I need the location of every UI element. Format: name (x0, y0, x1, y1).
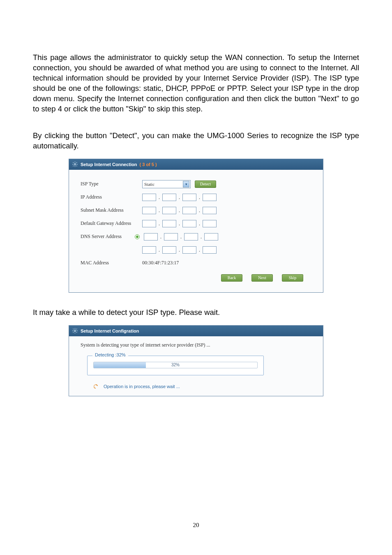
back-button[interactable]: Back (221, 274, 242, 282)
gear-icon (71, 328, 78, 334)
row-isp-type: ISP Type Static ▾ Detect (81, 179, 311, 190)
dns2-octet-3[interactable] (182, 246, 196, 254)
progress-label: 32% (94, 362, 257, 368)
gateway-octet-3[interactable] (182, 220, 196, 227)
dns1-octet-3[interactable] (184, 233, 198, 240)
row-subnet: Subnet Mask Address . . . (81, 205, 311, 216)
row-dns2: . . . (81, 245, 311, 255)
label-isp-type: ISP Type (81, 181, 142, 187)
subnet-octet-2[interactable] (162, 207, 176, 214)
subnet-octet-4[interactable] (203, 207, 217, 214)
mac-value: 00:30:4F:71:23:17 (142, 260, 179, 266)
ip-octet-4[interactable] (203, 194, 217, 201)
paragraph-2: By clicking the button "Detect", you can… (33, 131, 359, 151)
panel-step-indicator: ( 3 of 5 ) (140, 162, 157, 167)
subnet-octet-1[interactable] (142, 207, 156, 214)
setup-internet-connection-panel: Setup Internet Connection ( 3 of 5 ) ISP… (69, 159, 323, 293)
label-dns: DNS Server Address (81, 234, 142, 240)
page-number: 20 (0, 522, 392, 529)
isp-type-select[interactable]: Static ▾ (142, 180, 191, 188)
isp-type-value: Static (144, 182, 154, 187)
ip-octet-1[interactable] (142, 194, 156, 201)
label-mac: MAC Address (81, 260, 142, 266)
detecting-fieldset: Detecting :32% 32% (87, 356, 264, 375)
paragraph-3: It may take a while to detect your ISP t… (33, 308, 359, 318)
dns2-octet-2[interactable] (162, 246, 176, 254)
svg-point-1 (74, 330, 76, 332)
panel2-body: System is detecting your type of interne… (69, 336, 323, 396)
operation-status-row: Operation is in process, please wait ... (79, 384, 313, 390)
detecting-legend: Detecting :32% (92, 352, 128, 357)
panel-body: ISP Type Static ▾ Detect IP Address . . … (69, 170, 323, 292)
subnet-octet-3[interactable] (182, 207, 196, 214)
operation-status-text: Operation is in process, please wait ... (104, 384, 180, 389)
dns2-octet-4[interactable] (203, 246, 217, 254)
row-mac: MAC Address 00:30:4F:71:23:17 (81, 258, 311, 268)
row-ip-address: IP Address . . . (81, 192, 311, 203)
label-ip-address: IP Address (81, 194, 142, 200)
panel-title: Setup Internet Connection (81, 162, 137, 167)
chevron-down-icon: ▾ (183, 181, 189, 187)
gateway-octet-1[interactable] (142, 220, 156, 227)
panel2-title: Setup Internet Configration (81, 328, 139, 333)
dns1-octet-2[interactable] (164, 233, 178, 240)
wizard-button-row: Back Next Skip (81, 271, 311, 287)
skip-button[interactable]: Skip (282, 274, 303, 282)
ip-octet-3[interactable] (182, 194, 196, 201)
dns1-octet-4[interactable] (204, 233, 218, 240)
gear-icon (71, 161, 78, 168)
detect-button[interactable]: Detect (195, 180, 216, 188)
spinner-icon (93, 384, 99, 389)
dns2-octet-1[interactable] (142, 246, 156, 254)
panel2-header: Setup Internet Configration (69, 326, 323, 336)
detecting-message: System is detecting your type of interne… (81, 342, 313, 348)
paragraph-1: This page allows the administrator to qu… (33, 53, 359, 114)
dns1-octet-1[interactable] (144, 233, 158, 240)
row-dns: DNS Server Address . . . (81, 231, 311, 242)
ip-octet-2[interactable] (162, 194, 176, 201)
svg-point-0 (74, 164, 76, 165)
row-gateway: Default Gateway Address . . . (81, 218, 311, 229)
setup-internet-config-panel: Setup Internet Configration System is de… (69, 325, 323, 396)
dns-radio[interactable] (135, 234, 140, 239)
progress-bar: 32% (93, 362, 258, 368)
gateway-octet-2[interactable] (162, 220, 176, 227)
label-gateway: Default Gateway Address (81, 220, 142, 227)
panel-header: Setup Internet Connection ( 3 of 5 ) (69, 159, 323, 170)
label-subnet: Subnet Mask Address (81, 207, 142, 213)
next-button[interactable]: Next (251, 274, 273, 282)
gateway-octet-4[interactable] (203, 220, 217, 227)
